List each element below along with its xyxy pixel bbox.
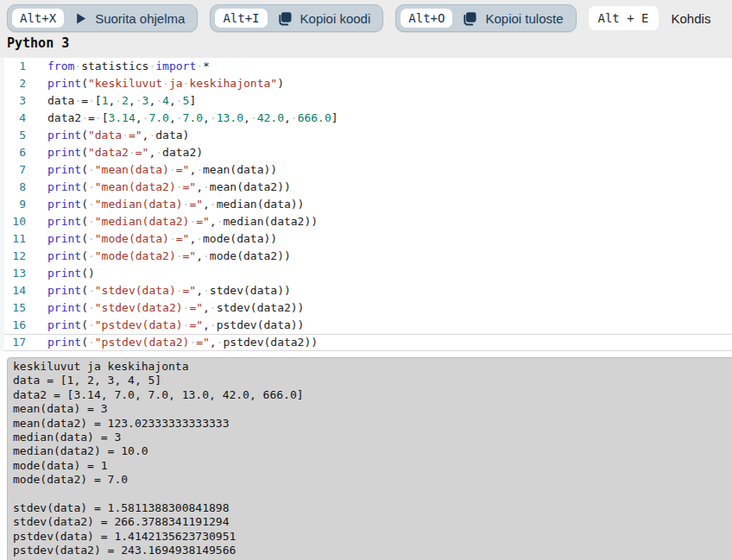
line-number[interactable]: 5 xyxy=(0,127,26,144)
line-number[interactable]: 11 xyxy=(0,230,26,248)
code-line-text[interactable]: print(·"mean(data)·=",·mean(data)) xyxy=(47,161,277,179)
line-number[interactable]: 13 xyxy=(0,265,26,282)
run-shortcut-kbd: Alt+X xyxy=(12,9,64,28)
line-number[interactable]: 9 xyxy=(0,196,26,213)
copy-code-button-label: Kopioi koodi xyxy=(300,11,371,26)
code-line-text[interactable]: print(·"mode(data2)·=",·mode(data2)) xyxy=(47,248,291,265)
line-number[interactable]: 16 xyxy=(0,317,26,334)
code-line-text[interactable]: print(·"pstdev(data)·=",·pstdev(data)) xyxy=(47,317,304,334)
code-row[interactable]: 14print(·"stdev(data)·=",·stdev(data)) xyxy=(0,282,732,299)
run-program-button[interactable]: Alt+X Suorita ohjelma xyxy=(7,4,198,32)
code-row[interactable]: 5print("data·=",·data) xyxy=(0,127,732,144)
code-lines: 1from·statistics·import·*2print("keskilu… xyxy=(0,58,732,351)
code-line-text[interactable]: print(·"median(data)·=",·median(data)) xyxy=(47,196,304,213)
code-row[interactable]: 13print() xyxy=(0,265,732,282)
code-line-text[interactable]: print(·"stdev(data)·=",·stdev(data)) xyxy=(47,282,291,299)
copy-code-button[interactable]: Alt+I Kopioi koodi xyxy=(210,4,383,32)
code-line-text[interactable]: print(·"stdev(data2)·=",·stdev(data2)) xyxy=(47,299,304,317)
toolbar: Alt+X Suorita ohjelma Alt+I Kopioi koodi… xyxy=(7,4,710,32)
code-line-text[interactable]: print("data2·=",·data2) xyxy=(47,144,203,161)
line-number[interactable]: 10 xyxy=(0,213,26,230)
line-number[interactable]: 12 xyxy=(0,248,26,265)
code-line-text[interactable]: data·=·[1,·2,·3,·4,·5] xyxy=(47,92,196,110)
line-number[interactable]: 15 xyxy=(0,299,26,317)
code-row[interactable]: 9print(·"median(data)·=",·median(data)) xyxy=(0,196,732,213)
line-number[interactable]: 4 xyxy=(0,110,26,127)
code-row[interactable]: 1from·statistics·import·* xyxy=(0,58,732,75)
code-line-text[interactable]: print("data·=",·data) xyxy=(47,127,189,144)
code-line-text[interactable]: print(·"pstdev(data2)·=",·pstdev(data2)) xyxy=(47,335,318,350)
code-line-text[interactable]: print(·"median(data2)·=",·median(data2)) xyxy=(47,213,318,230)
code-row[interactable]: 8print(·"mean(data2)·=",·mean(data2)) xyxy=(0,179,732,196)
copy-output-button[interactable]: Alt+O Kopioi tuloste xyxy=(395,4,576,32)
code-row[interactable]: 16print(·"pstdev(data)·=",·pstdev(data)) xyxy=(0,317,732,334)
code-line-text[interactable]: print(·"mode(data)·=",·mode(data)) xyxy=(47,230,277,248)
code-row[interactable]: 2print("keskiluvut·ja·keskihajonta") xyxy=(0,75,732,92)
copy-output-shortcut-kbd: Alt+O xyxy=(401,9,452,28)
line-number[interactable]: 6 xyxy=(0,144,26,161)
line-number[interactable]: 2 xyxy=(0,75,26,92)
copy-code-shortcut-kbd: Alt+I xyxy=(215,9,267,28)
code-line-text[interactable]: from·statistics·import·* xyxy=(47,58,210,75)
code-row[interactable]: 4data2·=·[3.14,·7.0,·7.0,·13.0,·42.0,·66… xyxy=(0,110,732,127)
code-line-text[interactable]: data2·=·[3.14,·7.0,·7.0,·13.0,·42.0,·666… xyxy=(47,110,338,127)
code-line-text[interactable]: print(·"mean(data2)·=",·mean(data2)) xyxy=(47,179,291,196)
code-row[interactable]: 17print(·"pstdev(data2)·=",·pstdev(data2… xyxy=(0,334,732,351)
focus-option-label[interactable]: Kohdis xyxy=(672,11,711,26)
line-number[interactable]: 14 xyxy=(0,282,26,299)
code-row[interactable]: 10print(·"median(data2)·=",·median(data2… xyxy=(0,213,732,230)
plugin-header: Alt+X Suorita ohjelma Alt+I Kopioi koodi… xyxy=(0,0,732,58)
copy-icon xyxy=(463,11,477,26)
output-console: keskiluvut ja keskihajonta data = [1, 2,… xyxy=(7,357,732,560)
code-row[interactable]: 15print(·"stdev(data2)·=",·stdev(data2)) xyxy=(0,299,732,317)
line-number[interactable]: 1 xyxy=(0,58,26,75)
line-number[interactable]: 8 xyxy=(0,179,26,196)
code-editor[interactable]: 1from·statistics·import·*2print("keskilu… xyxy=(0,58,732,351)
language-label: Python 3 xyxy=(7,35,69,51)
focus-shortcut-kbd: Alt + E xyxy=(589,6,659,31)
line-number[interactable]: 3 xyxy=(0,92,26,110)
play-icon xyxy=(74,12,87,25)
code-row[interactable]: 7print(·"mean(data)·=",·mean(data)) xyxy=(0,161,732,179)
line-number[interactable]: 7 xyxy=(0,161,26,179)
code-line-text[interactable]: print() xyxy=(47,265,95,282)
code-line-text[interactable]: print("keskiluvut·ja·keskihajonta") xyxy=(47,75,284,92)
line-number[interactable]: 17 xyxy=(0,335,26,350)
code-row[interactable]: 12print(·"mode(data2)·=",·mode(data2)) xyxy=(0,248,732,265)
copy-icon xyxy=(278,11,293,26)
code-row[interactable]: 6print("data2·=",·data2) xyxy=(0,144,732,161)
code-row[interactable]: 11print(·"mode(data)·=",·mode(data)) xyxy=(0,230,732,248)
run-button-label: Suorita ohjelma xyxy=(95,11,185,26)
copy-output-button-label: Kopioi tuloste xyxy=(485,11,563,26)
code-row[interactable]: 3data·=·[1,·2,·3,·4,·5] xyxy=(0,92,732,110)
